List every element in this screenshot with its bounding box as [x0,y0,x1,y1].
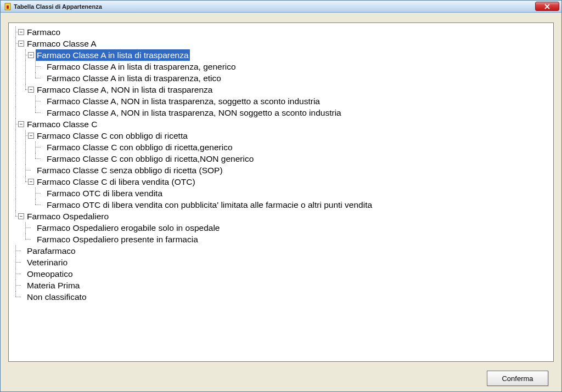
tree-node[interactable]: Farmaco Classe A, NON in lista trasparen… [11,107,551,118]
tree-node[interactable]: −Farmaco [11,26,551,38]
collapse-icon[interactable]: − [18,41,24,47]
tree-node-label[interactable]: Farmaco Classe C di libera vendita (OTC) [36,176,196,188]
tree-node-label[interactable]: Farmaco Classe A in lista di trasparenza [36,49,190,61]
tree-node-label[interactable]: Omeopatico [26,268,74,280]
app-icon [4,3,12,10]
tree-node-label[interactable]: Non classificato [26,291,88,303]
tree-node[interactable]: Materia Prima [11,280,551,291]
button-row: Conferma [8,362,554,386]
window-title: Tabella Classi di Appartenenza [14,3,535,10]
tree-node-label[interactable]: Farmaco Ospedaliero erogabile solo in os… [36,222,221,234]
tree-node[interactable]: −Farmaco Classe A in lista di trasparenz… [11,49,551,61]
collapse-icon[interactable]: − [28,87,34,93]
tree-node[interactable]: −Farmaco Classe A, NON in lista di trasp… [11,84,551,95]
tree-node[interactable]: Veterinario [11,257,551,268]
tree-node-label[interactable]: Farmaco Classe A in lista di trasparenza… [46,61,237,72]
tree-node-label[interactable]: Farmaco Classe C [26,118,98,130]
tree-node[interactable]: −Farmaco Classe C con obbligo di ricetta [11,130,551,141]
tree-node-label[interactable]: Farmaco Classe A, NON in lista trasparen… [46,95,321,107]
titlebar[interactable]: Tabella Classi di Appartenenza [1,1,561,13]
tree-node-label[interactable]: Farmaco Classe C con obbligo di ricetta [36,130,189,141]
tree-node[interactable]: −Farmaco Classe C di libera vendita (OTC… [11,176,551,188]
client-area: −Farmaco−Farmaco Classe A−Farmaco Classe… [1,13,561,391]
tree-node-label[interactable]: Farmaco Classe C con obbligo di ricetta,… [46,141,234,153]
tree-node-label[interactable]: Farmaco OTC di libera vendita [46,188,164,199]
tree-node[interactable]: Parafarmaco [11,245,551,257]
tree-node-label[interactable]: Farmaco Classe A, NON in lista trasparen… [46,107,342,118]
tree-node[interactable]: Farmaco Classe C con obbligo di ricetta,… [11,141,551,153]
tree-view: −Farmaco−Farmaco Classe A−Farmaco Classe… [11,26,551,303]
collapse-icon[interactable]: − [18,213,24,219]
tree-node-label[interactable]: Farmaco Classe C con obbligo di ricetta,… [46,153,255,164]
tree-node-label[interactable]: Farmaco Classe A [26,38,98,49]
tree-node-label[interactable]: Farmaco Classe C senza obbligo di ricett… [36,164,224,176]
collapse-icon[interactable]: − [28,133,34,139]
tree-node-label[interactable]: Farmaco Classe A, NON in lista di traspa… [36,84,213,95]
tree-node[interactable]: −Farmaco Classe A [11,38,551,49]
collapse-icon[interactable]: − [28,52,34,58]
tree-node[interactable]: Farmaco Ospedaliero erogabile solo in os… [11,222,551,234]
tree-node[interactable]: Farmaco OTC di libera vendita con pubbli… [11,199,551,211]
tree-node-label[interactable]: Veterinario [26,257,69,268]
tree-node[interactable]: Farmaco Classe C senza obbligo di ricett… [11,164,551,176]
tree-node[interactable]: −Farmaco Ospedaliero [11,211,551,222]
tree-node[interactable]: Non classificato [11,291,551,303]
collapse-icon[interactable]: − [18,29,24,35]
tree-node[interactable]: Farmaco Classe A, NON in lista trasparen… [11,95,551,107]
tree-container[interactable]: −Farmaco−Farmaco Classe A−Farmaco Classe… [8,22,554,362]
dialog-window: Tabella Classi di Appartenenza −Farmaco−… [0,0,562,392]
tree-node-label[interactable]: Farmaco Ospedaliero [26,211,110,222]
svg-rect-1 [7,5,9,9]
tree-node[interactable]: −Farmaco Classe C [11,118,551,130]
tree-node[interactable]: Farmaco Classe A in lista di trasparenza… [11,61,551,72]
tree-node-label[interactable]: Farmaco Classe A in lista di trasparenza… [46,72,222,84]
tree-node-label[interactable]: Parafarmaco [26,245,77,257]
tree-node[interactable]: Farmaco OTC di libera vendita [11,188,551,199]
close-button[interactable] [535,2,559,11]
tree-node[interactable]: Omeopatico [11,268,551,280]
close-icon [544,4,550,9]
confirm-button[interactable]: Conferma [487,371,548,386]
collapse-icon[interactable]: − [28,179,34,185]
collapse-icon[interactable]: − [18,121,24,127]
tree-node-label[interactable]: Farmaco OTC di libera vendita con pubbli… [46,199,373,211]
tree-node[interactable]: Farmaco Classe A in lista di trasparenza… [11,72,551,84]
tree-node-label[interactable]: Materia Prima [26,280,81,291]
tree-node-label[interactable]: Farmaco Ospedaliero presente in farmacia [36,234,199,245]
tree-node-label[interactable]: Farmaco [26,26,61,38]
tree-node[interactable]: Farmaco Classe C con obbligo di ricetta,… [11,153,551,164]
tree-node[interactable]: Farmaco Ospedaliero presente in farmacia [11,234,551,245]
